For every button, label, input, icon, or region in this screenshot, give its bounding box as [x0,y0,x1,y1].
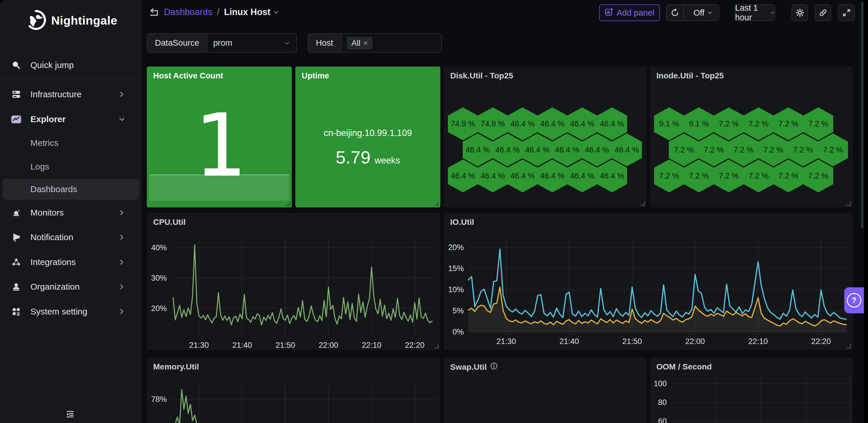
hexagon: 7.2 % [773,107,803,140]
info-icon[interactable] [490,362,498,372]
hexagon: 7.2 % [714,107,744,140]
hexagon: 46.4 % [537,159,567,192]
app-window: Nightingale Quick jump In [0,0,864,423]
hexagon: 46.4 % [478,159,508,192]
hex-value: 46.4 % [555,145,579,155]
sidebar-item-label: Dashboards [30,184,77,194]
fullscreen-button[interactable] [838,4,855,21]
server-icon [11,89,22,99]
chevron-right-icon [119,91,125,98]
hexagon: 46.4 % [507,159,538,192]
hex-value: 46.4 % [480,171,505,181]
inode-honeycomb-chart[interactable]: 9.1 %9.1 %7.2 %7.2 %7.2 %7.2 %7.2 %7.2 %… [650,67,852,207]
gear-icon [795,8,805,18]
cpu-util-chart[interactable]: 40%30%20%21:3021:4021:5022:0022:1022:20 [147,213,440,350]
hexagon: 46.4 % [537,107,567,140]
time-range-value: Last 1 hour [735,3,768,22]
hexagon: 7.2 % [803,107,833,140]
hex-value: 46.4 % [600,120,624,128]
add-panel-label: Add panel [617,8,655,18]
resize-handle[interactable] [641,202,645,206]
share-link-button[interactable] [815,4,831,21]
y-tick-label: 20% [448,243,464,252]
datasource-filter: DataSource prom [147,33,297,53]
sidebar-item-monitors[interactable]: Monitors [0,203,142,222]
host-select[interactable]: All × [341,34,441,52]
hexagon: 46.4 % [597,159,627,192]
quick-jump-label: Quick jump [30,60,74,70]
x-tick-label: 21:50 [622,337,642,346]
host-tag: All × [347,37,372,49]
nightingale-logo [25,9,47,32]
expand-icon [842,8,851,17]
dashboard-selector[interactable]: Linux Host [224,7,279,18]
panel-title: CPU.Util [153,218,186,227]
panel-uptime: Uptime cn-beijing.10.99.1.109 5.79 weeks [295,67,440,207]
hexagon: 46.4 % [567,107,597,140]
y-tick-label: 100 [654,379,667,388]
panel-title: Uptime [302,71,329,80]
sidebar-item-infrastructure[interactable]: Infrastructure [0,85,142,104]
resize-handle[interactable] [847,202,851,206]
x-tick-label: 21:30 [189,341,209,350]
app-grid-icon [11,307,22,317]
sidebar-item-label: Integrations [30,257,76,267]
chart-line-icon [11,114,22,124]
sidebar-item-notification[interactable]: Notification [0,228,142,247]
quick-jump[interactable]: Quick jump [0,56,142,74]
panel-title: Memory.Util [153,362,199,371]
sidebar-item-explorer[interactable]: Explorer [0,110,142,128]
x-tick-label: 21:40 [559,337,579,346]
hex-value: 7.2 % [659,171,679,181]
hexagon: 46.4 % [582,133,612,166]
sidebar-item-metrics[interactable]: Metrics [0,134,142,152]
hex-value: 9.1 % [659,120,679,128]
hexagon: 9.1 % [684,107,714,140]
add-panel-button[interactable]: Add panel [599,4,660,21]
sidebar-item-dashboards[interactable]: Dashboards [0,180,142,198]
sidebar-item-label: Logs [30,162,49,171]
hex-value: 46.4 % [585,145,609,155]
vertical-scrollbar-thumb[interactable] [861,2,863,229]
refresh-interval-dropdown[interactable]: Off [687,5,719,21]
hex-value: 7.2 % [763,145,783,155]
hex-value: 7.2 % [793,145,813,155]
hex-value: 7.2 % [704,145,723,155]
hex-value: 46.4 % [540,120,565,128]
sidebar-item-logs[interactable]: Logs [0,157,142,176]
sidebar-item-label: Organization [30,282,80,292]
x-tick-label: 22:10 [362,341,381,350]
hex-value: 46.4 % [510,120,535,128]
y-tick-label: 0% [453,327,464,336]
resize-handle[interactable] [435,202,439,206]
io-util-chart[interactable]: 20%15%10%5%0%21:3021:4021:5022:0022:1022… [444,213,852,350]
sidebar-item-organization[interactable]: Organization [0,278,142,296]
brand-name: Nightingale [51,14,118,28]
sidebar-item-integrations[interactable]: Integrations [0,253,142,271]
panel-title: IO.Util [450,218,474,227]
sidebar-item-system-setting[interactable]: System setting [0,302,142,321]
settings-button[interactable] [792,4,808,21]
datasource-label: DataSource [147,34,207,52]
hexagon: 46.4 % [463,133,493,166]
hex-value: 7.2 % [674,145,694,155]
panel-memory-util: Memory.Util 78%21:3021:4021:5022:0022:10… [147,358,440,423]
datasource-select[interactable]: prom [207,34,296,52]
megaphone-icon [11,232,22,242]
help-button[interactable]: ? [844,287,864,313]
breadcrumb-dashboards-link[interactable]: Dashboards [164,7,212,18]
back-icon[interactable] [149,7,159,17]
series-cpu_util [173,245,432,325]
disk-honeycomb-chart[interactable]: 74.9 %74.9 %46.4 %46.4 %46.4 %46.4 %46.4… [444,67,647,207]
panel-cpu-util: CPU.Util 40%30%20%21:3021:4021:5022:0022… [147,213,440,350]
resize-handle[interactable] [435,344,439,348]
time-range-dropdown[interactable]: Last 1 hour [735,4,775,21]
resize-handle[interactable] [847,344,851,348]
hex-value: 7.2 % [689,171,709,181]
refresh-button[interactable] [666,5,684,21]
remove-tag-icon[interactable]: × [363,38,368,48]
panel-title: OOM / Second [656,362,712,371]
refresh-control: Off [666,4,719,21]
sidebar-collapse-icon[interactable] [64,408,76,420]
x-tick-label: 21:50 [276,341,295,350]
